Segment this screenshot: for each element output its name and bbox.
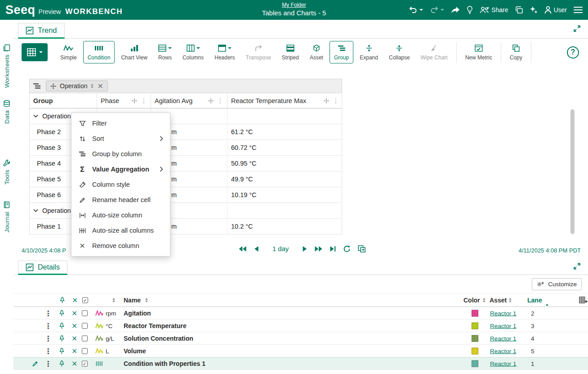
copy-range-icon[interactable] bbox=[357, 245, 365, 252]
remove-item-icon[interactable]: × bbox=[71, 360, 77, 367]
column-header-phase[interactable]: Phase ⋮ bbox=[97, 93, 151, 108]
row-checkbox[interactable] bbox=[82, 348, 88, 354]
remove-group-icon[interactable]: × bbox=[97, 82, 103, 90]
move-handle-icon[interactable] bbox=[208, 98, 214, 104]
menu-item-auto-size-column[interactable]: Auto-size column bbox=[71, 207, 170, 223]
customize-button[interactable]: Customize bbox=[532, 278, 582, 290]
toolbar-asset-button[interactable]: Asset bbox=[305, 41, 328, 63]
color-swatch[interactable] bbox=[472, 360, 478, 367]
select-all-checkbox[interactable]: ✓ bbox=[82, 297, 88, 303]
forward-button[interactable] bbox=[451, 6, 460, 14]
duplicate-worksheet-button[interactable] bbox=[515, 6, 523, 14]
toolbar-transpose-button[interactable]: Transpose bbox=[241, 41, 276, 63]
column-menu-icon[interactable]: ⋮ bbox=[333, 97, 339, 104]
item-name[interactable]: Solution Concentration bbox=[124, 335, 193, 342]
sidebar-item-data[interactable]: Data bbox=[0, 100, 13, 124]
undo-button[interactable] bbox=[409, 6, 423, 14]
help-button[interactable]: ? bbox=[567, 46, 579, 59]
tips-button[interactable] bbox=[467, 6, 473, 14]
trend-expand-button[interactable] bbox=[573, 25, 581, 32]
redo-button[interactable] bbox=[430, 6, 444, 14]
step-back-button[interactable] bbox=[254, 246, 259, 252]
asset-link[interactable]: Reactor 1 bbox=[490, 335, 517, 342]
color-swatch[interactable] bbox=[472, 347, 478, 354]
toolbar-rows-button[interactable]: Rows bbox=[154, 41, 176, 63]
menu-item-value-aggregation[interactable]: Σ Value Aggregation bbox=[71, 162, 170, 177]
toolbar-new-metric-button[interactable]: New Metric bbox=[461, 41, 497, 63]
color-swatch[interactable] bbox=[472, 335, 478, 342]
edit-pencil-icon[interactable] bbox=[32, 360, 39, 367]
step-forward-double-button[interactable] bbox=[314, 246, 322, 252]
toolbar-chart-view-button[interactable]: Chart View bbox=[116, 41, 151, 63]
toolbar-simple-button[interactable]: Simple bbox=[56, 41, 81, 63]
asset-link[interactable]: Reactor 1 bbox=[490, 322, 517, 329]
pin-column-header[interactable] bbox=[59, 297, 65, 303]
pin-icon[interactable] bbox=[59, 335, 65, 342]
sort-toggle-icon[interactable] bbox=[91, 84, 94, 88]
step-back-double-button[interactable] bbox=[239, 246, 247, 252]
add-column-button[interactable] bbox=[579, 296, 588, 304]
column-menu-icon[interactable]: ⋮ bbox=[217, 97, 223, 104]
row-checkbox[interactable] bbox=[82, 323, 88, 329]
menu-item-column-style[interactable]: Column style bbox=[71, 177, 170, 192]
toolbar-condition-button[interactable]: Condition bbox=[83, 41, 115, 63]
column-header-agitation-avg[interactable]: Agitation Avg ⋮ bbox=[151, 93, 227, 108]
pin-icon[interactable] bbox=[59, 360, 65, 367]
pin-icon[interactable] bbox=[59, 322, 65, 329]
table-view-dropdown-button[interactable] bbox=[22, 43, 48, 61]
toolbar-wipe-chart-button[interactable]: Wipe Chart bbox=[416, 41, 452, 63]
toolbar-expand-button[interactable]: Expand bbox=[355, 41, 383, 63]
column-header-name[interactable]: Name bbox=[124, 297, 141, 304]
item-name[interactable]: Reactor Temperature bbox=[124, 322, 187, 329]
remove-all-column-header[interactable]: × bbox=[72, 297, 78, 304]
asset-link[interactable]: Reactor 1 bbox=[490, 310, 517, 316]
sidebar-item-journal[interactable]: Journal bbox=[0, 201, 13, 232]
remove-item-icon[interactable]: × bbox=[71, 310, 77, 317]
sort-icon[interactable] bbox=[145, 298, 148, 302]
item-name[interactable]: Condition with Properties 1 bbox=[124, 360, 205, 367]
move-handle-icon[interactable] bbox=[132, 98, 137, 104]
user-menu-button[interactable]: User bbox=[544, 6, 567, 14]
toolbar-striped-button[interactable]: Striped bbox=[277, 41, 303, 63]
go-to-now-button[interactable] bbox=[330, 246, 336, 252]
row-menu-icon[interactable]: ⋮ bbox=[45, 347, 52, 355]
hamburger-menu-button[interactable] bbox=[574, 7, 583, 14]
column-header-lane[interactable]: Lane bbox=[527, 297, 542, 304]
row-menu-icon[interactable]: ⋮ bbox=[45, 334, 52, 342]
menu-item-auto-size-all-columns[interactable]: Auto-size all columns bbox=[71, 223, 170, 238]
breadcrumb-folder-link[interactable]: My Folder bbox=[282, 2, 306, 8]
step-forward-button[interactable] bbox=[302, 246, 307, 252]
toolbar-headers-button[interactable]: Headers bbox=[210, 41, 239, 63]
vertical-scrollbar[interactable] bbox=[570, 109, 575, 234]
column-header-color[interactable]: Color bbox=[463, 297, 480, 304]
menu-item-group-by-column[interactable]: Group by column bbox=[71, 146, 170, 162]
column-header-group[interactable]: Group bbox=[30, 93, 97, 108]
column-header-reactor-temp-max[interactable]: Reactor Temperature Max ⋮ bbox=[227, 93, 343, 108]
row-menu-icon[interactable]: ⋮ bbox=[45, 360, 52, 368]
toolbar-group-button[interactable]: Group bbox=[330, 41, 353, 63]
color-swatch[interactable] bbox=[472, 322, 478, 329]
menu-item-remove-column[interactable]: × Remove column bbox=[71, 238, 170, 253]
item-name[interactable]: Agitation bbox=[124, 310, 151, 317]
pin-icon[interactable] bbox=[59, 347, 65, 354]
tab-details[interactable]: Details bbox=[18, 261, 67, 275]
item-name[interactable]: Volume bbox=[124, 347, 146, 355]
row-checkbox[interactable] bbox=[82, 335, 88, 341]
menu-item-rename-header-cell[interactable]: Rename header cell bbox=[71, 192, 170, 207]
menu-item-sort[interactable]: Sort bbox=[71, 131, 170, 146]
details-expand-button[interactable] bbox=[573, 262, 581, 270]
sort-icon[interactable] bbox=[483, 298, 486, 302]
share-button[interactable]: Share bbox=[480, 6, 508, 14]
asset-link[interactable]: Reactor 1 bbox=[490, 347, 517, 354]
color-swatch[interactable] bbox=[472, 310, 478, 316]
column-header-asset[interactable]: Asset bbox=[490, 297, 507, 304]
chevron-down-icon[interactable] bbox=[33, 209, 38, 212]
asset-link[interactable]: Reactor 1 bbox=[490, 360, 517, 367]
sort-icon[interactable] bbox=[112, 298, 115, 302]
row-checkbox[interactable] bbox=[82, 310, 88, 316]
seeq-logo[interactable]: Seeq bbox=[5, 3, 36, 17]
sort-icon[interactable] bbox=[509, 298, 512, 302]
ai-assistant-button[interactable] bbox=[530, 6, 538, 14]
remove-item-icon[interactable]: × bbox=[71, 322, 77, 329]
menu-item-filter[interactable]: Filter bbox=[71, 116, 170, 131]
